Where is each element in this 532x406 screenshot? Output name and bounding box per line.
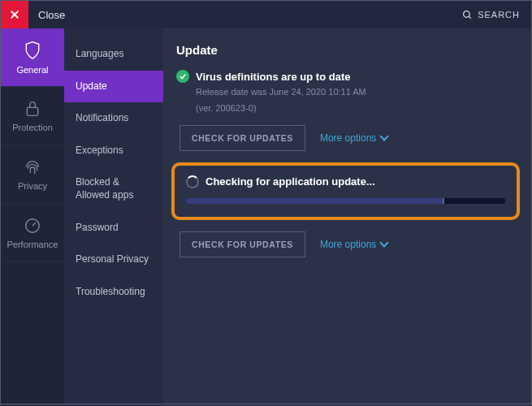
nav-label: General bbox=[16, 65, 48, 75]
subnav-update[interactable]: Update bbox=[64, 71, 163, 103]
subnav-personal-privacy[interactable]: Personal Privacy bbox=[64, 244, 163, 276]
titlebar-label: Close bbox=[38, 9, 65, 21]
svg-point-0 bbox=[464, 11, 470, 17]
nav-label: Protection bbox=[12, 123, 53, 132]
search-button[interactable]: SEARCH bbox=[462, 10, 520, 20]
progress-fill bbox=[186, 198, 444, 204]
app-window: Close SEARCH General Protection Privacy … bbox=[0, 0, 532, 404]
check-circle-icon bbox=[176, 70, 189, 83]
app-actions: CHECK FOR UPDATES More options bbox=[179, 231, 518, 257]
subnav-exceptions[interactable]: Exceptions bbox=[64, 135, 163, 167]
subnav-languages[interactable]: Languages bbox=[64, 38, 163, 71]
shield-icon bbox=[24, 41, 41, 60]
search-label: SEARCH bbox=[478, 10, 520, 19]
virus-actions: CHECK FOR UPDATES More options bbox=[179, 125, 518, 151]
subnav-blocked-allowed[interactable]: Blocked & Allowed apps bbox=[64, 166, 163, 211]
title-bar: Close SEARCH bbox=[1, 1, 531, 28]
virus-definitions-section: Virus definitions are up to date Release… bbox=[176, 70, 518, 151]
lock-icon bbox=[24, 100, 41, 118]
svg-rect-2 bbox=[27, 107, 37, 115]
secondary-nav: Languages Update Notifications Exception… bbox=[64, 28, 163, 404]
nav-label: Privacy bbox=[18, 181, 47, 191]
search-icon bbox=[462, 10, 473, 20]
more-options-link[interactable]: More options bbox=[320, 132, 387, 144]
main-panel: Update Virus definitions are up to date … bbox=[163, 28, 531, 404]
app-update-status: Checking for application update... bbox=[205, 175, 375, 188]
close-icon bbox=[11, 11, 19, 19]
check-updates-button[interactable]: CHECK FOR UPDATES bbox=[179, 231, 305, 257]
nav-privacy[interactable]: Privacy bbox=[1, 145, 64, 204]
subnav-notifications[interactable]: Notifications bbox=[64, 102, 163, 135]
application-update-highlight: Checking for application update... bbox=[171, 162, 520, 220]
virus-release-line: Release date was June 24, 2020 10:11 AM bbox=[196, 86, 518, 99]
fingerprint-icon bbox=[24, 158, 41, 176]
nav-protection[interactable]: Protection bbox=[1, 87, 64, 145]
page-title: Update bbox=[176, 43, 518, 57]
spinner-icon bbox=[186, 175, 199, 188]
more-options-link[interactable]: More options bbox=[320, 239, 387, 250]
more-options-label: More options bbox=[320, 132, 376, 144]
gauge-icon bbox=[24, 217, 41, 235]
check-updates-button[interactable]: CHECK FOR UPDATES bbox=[179, 125, 305, 151]
section-header: Checking for application update... bbox=[186, 175, 505, 188]
nav-label: Performance bbox=[7, 240, 58, 249]
body: General Protection Privacy Performance L… bbox=[1, 28, 531, 404]
primary-nav: General Protection Privacy Performance bbox=[1, 28, 64, 404]
subnav-troubleshooting[interactable]: Troubleshooting bbox=[64, 276, 163, 309]
virus-status-title: Virus definitions are up to date bbox=[196, 71, 350, 83]
more-options-label: More options bbox=[320, 239, 376, 250]
subnav-password[interactable]: Password bbox=[64, 212, 163, 244]
nav-general[interactable]: General bbox=[1, 28, 64, 87]
chevron-down-icon bbox=[380, 239, 389, 248]
progress-bar bbox=[186, 198, 505, 204]
section-header: Virus definitions are up to date bbox=[176, 70, 518, 83]
virus-version-line: (ver. 200623-0) bbox=[196, 102, 518, 115]
nav-performance[interactable]: Performance bbox=[1, 204, 64, 262]
chevron-down-icon bbox=[380, 132, 389, 141]
svg-line-1 bbox=[469, 16, 471, 19]
close-button[interactable] bbox=[1, 1, 28, 28]
